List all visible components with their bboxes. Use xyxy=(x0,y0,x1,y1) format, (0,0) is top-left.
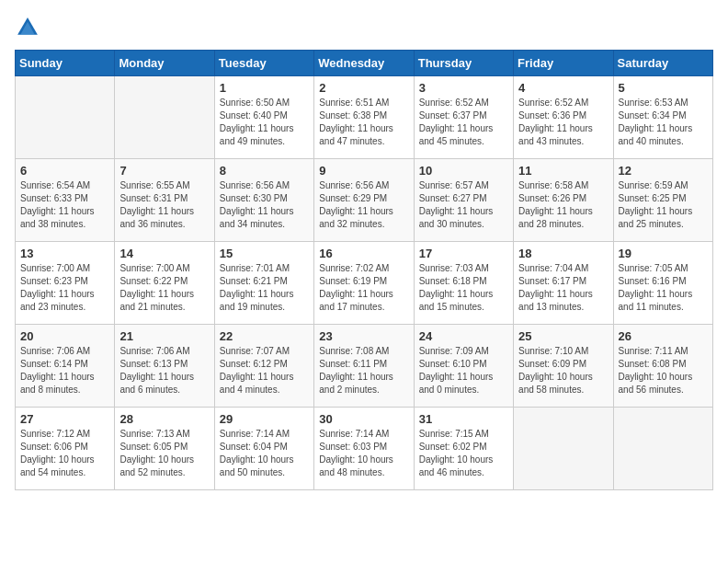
calendar-cell xyxy=(613,408,712,490)
day-number: 29 xyxy=(220,412,309,426)
day-number: 14 xyxy=(119,247,209,260)
day-info: Sunrise: 7:00 AMSunset: 6:23 PMDaylight:… xyxy=(20,262,109,314)
calendar-cell: 25 Sunrise: 7:10 AMSunset: 6:09 PMDaylig… xyxy=(514,325,613,408)
calendar-cell: 2 Sunrise: 6:51 AMSunset: 6:38 PMDayligh… xyxy=(314,76,414,159)
calendar-cell: 20 Sunrise: 7:06 AMSunset: 6:14 PMDaylig… xyxy=(16,325,115,408)
calendar-cell: 9 Sunrise: 6:56 AMSunset: 6:29 PMDayligh… xyxy=(314,159,414,242)
day-number: 20 xyxy=(20,329,109,343)
page-header xyxy=(15,15,713,40)
calendar-cell: 5 Sunrise: 6:53 AMSunset: 6:34 PMDayligh… xyxy=(613,76,712,159)
day-info: Sunrise: 7:13 AMSunset: 6:05 PMDaylight:… xyxy=(119,428,209,479)
weekday-header-sunday: Sunday xyxy=(16,51,115,76)
calendar-cell: 22 Sunrise: 7:07 AMSunset: 6:12 PMDaylig… xyxy=(214,325,313,408)
calendar-cell: 14 Sunrise: 7:00 AMSunset: 6:22 PMDaylig… xyxy=(115,242,214,325)
calendar-cell: 3 Sunrise: 6:52 AMSunset: 6:37 PMDayligh… xyxy=(414,76,513,159)
day-number: 1 xyxy=(220,81,309,95)
day-info: Sunrise: 7:06 AMSunset: 6:13 PMDaylight:… xyxy=(119,345,209,396)
calendar-cell xyxy=(16,76,115,159)
calendar-cell: 26 Sunrise: 7:11 AMSunset: 6:08 PMDaylig… xyxy=(613,325,712,408)
calendar-cell: 13 Sunrise: 7:00 AMSunset: 6:23 PMDaylig… xyxy=(16,242,115,325)
logo xyxy=(15,15,44,40)
day-number: 25 xyxy=(518,329,608,343)
day-info: Sunrise: 7:14 AMSunset: 6:04 PMDaylight:… xyxy=(220,428,309,479)
day-info: Sunrise: 7:02 AMSunset: 6:19 PMDaylight:… xyxy=(319,262,408,314)
day-number: 9 xyxy=(319,164,408,178)
day-number: 18 xyxy=(518,247,608,260)
day-info: Sunrise: 6:52 AMSunset: 6:36 PMDaylight:… xyxy=(518,97,608,148)
day-info: Sunrise: 7:01 AMSunset: 6:21 PMDaylight:… xyxy=(220,262,309,314)
day-number: 28 xyxy=(119,412,209,426)
week-row-1: 1 Sunrise: 6:50 AMSunset: 6:40 PMDayligh… xyxy=(16,76,713,159)
day-info: Sunrise: 7:00 AMSunset: 6:22 PMDaylight:… xyxy=(119,262,209,314)
day-info: Sunrise: 7:06 AMSunset: 6:14 PMDaylight:… xyxy=(20,345,109,396)
calendar-cell: 19 Sunrise: 7:05 AMSunset: 6:16 PMDaylig… xyxy=(613,242,712,325)
day-info: Sunrise: 6:51 AMSunset: 6:38 PMDaylight:… xyxy=(319,97,408,148)
day-number: 7 xyxy=(119,164,209,178)
day-info: Sunrise: 7:03 AMSunset: 6:18 PMDaylight:… xyxy=(419,262,508,314)
day-info: Sunrise: 6:50 AMSunset: 6:40 PMDaylight:… xyxy=(220,97,309,148)
day-info: Sunrise: 6:52 AMSunset: 6:37 PMDaylight:… xyxy=(419,97,508,148)
weekday-header-thursday: Thursday xyxy=(414,51,513,76)
calendar-cell: 21 Sunrise: 7:06 AMSunset: 6:13 PMDaylig… xyxy=(115,325,214,408)
calendar-cell: 7 Sunrise: 6:55 AMSunset: 6:31 PMDayligh… xyxy=(115,159,214,242)
calendar-table: SundayMondayTuesdayWednesdayThursdayFrid… xyxy=(15,50,713,490)
day-info: Sunrise: 7:12 AMSunset: 6:06 PMDaylight:… xyxy=(20,428,109,479)
weekday-header-tuesday: Tuesday xyxy=(214,51,313,76)
day-info: Sunrise: 7:09 AMSunset: 6:10 PMDaylight:… xyxy=(419,345,508,396)
logo-icon xyxy=(15,15,40,40)
day-number: 15 xyxy=(220,247,309,260)
week-row-3: 13 Sunrise: 7:00 AMSunset: 6:23 PMDaylig… xyxy=(16,242,713,325)
calendar-cell xyxy=(514,408,613,490)
day-info: Sunrise: 6:57 AMSunset: 6:27 PMDaylight:… xyxy=(419,179,508,231)
calendar-cell: 18 Sunrise: 7:04 AMSunset: 6:17 PMDaylig… xyxy=(514,242,613,325)
calendar-cell: 6 Sunrise: 6:54 AMSunset: 6:33 PMDayligh… xyxy=(16,159,115,242)
calendar-cell: 4 Sunrise: 6:52 AMSunset: 6:36 PMDayligh… xyxy=(514,76,613,159)
day-number: 6 xyxy=(20,164,109,178)
day-number: 21 xyxy=(119,329,209,343)
calendar-cell: 16 Sunrise: 7:02 AMSunset: 6:19 PMDaylig… xyxy=(314,242,414,325)
day-info: Sunrise: 6:54 AMSunset: 6:33 PMDaylight:… xyxy=(20,179,109,231)
weekday-header-saturday: Saturday xyxy=(613,51,712,76)
day-number: 27 xyxy=(20,412,109,426)
calendar-cell: 24 Sunrise: 7:09 AMSunset: 6:10 PMDaylig… xyxy=(414,325,513,408)
day-number: 12 xyxy=(619,164,708,178)
day-info: Sunrise: 6:56 AMSunset: 6:29 PMDaylight:… xyxy=(319,179,408,231)
week-row-5: 27 Sunrise: 7:12 AMSunset: 6:06 PMDaylig… xyxy=(16,408,713,490)
day-info: Sunrise: 7:05 AMSunset: 6:16 PMDaylight:… xyxy=(619,262,708,314)
day-info: Sunrise: 6:59 AMSunset: 6:25 PMDaylight:… xyxy=(619,179,708,231)
calendar-cell: 12 Sunrise: 6:59 AMSunset: 6:25 PMDaylig… xyxy=(613,159,712,242)
day-number: 10 xyxy=(419,164,508,178)
calendar-cell: 15 Sunrise: 7:01 AMSunset: 6:21 PMDaylig… xyxy=(214,242,313,325)
calendar-cell: 1 Sunrise: 6:50 AMSunset: 6:40 PMDayligh… xyxy=(214,76,313,159)
day-number: 4 xyxy=(518,81,608,95)
day-info: Sunrise: 7:08 AMSunset: 6:11 PMDaylight:… xyxy=(319,345,408,396)
day-number: 2 xyxy=(319,81,408,95)
day-info: Sunrise: 6:58 AMSunset: 6:26 PMDaylight:… xyxy=(518,179,608,231)
calendar-cell: 11 Sunrise: 6:58 AMSunset: 6:26 PMDaylig… xyxy=(514,159,613,242)
day-number: 26 xyxy=(619,329,708,343)
calendar-cell: 29 Sunrise: 7:14 AMSunset: 6:04 PMDaylig… xyxy=(214,408,313,490)
day-number: 19 xyxy=(619,247,708,260)
calendar-cell xyxy=(115,76,214,159)
day-info: Sunrise: 7:15 AMSunset: 6:02 PMDaylight:… xyxy=(419,428,508,479)
week-row-4: 20 Sunrise: 7:06 AMSunset: 6:14 PMDaylig… xyxy=(16,325,713,408)
calendar-cell: 8 Sunrise: 6:56 AMSunset: 6:30 PMDayligh… xyxy=(214,159,313,242)
week-row-2: 6 Sunrise: 6:54 AMSunset: 6:33 PMDayligh… xyxy=(16,159,713,242)
calendar-cell: 27 Sunrise: 7:12 AMSunset: 6:06 PMDaylig… xyxy=(16,408,115,490)
calendar-cell: 31 Sunrise: 7:15 AMSunset: 6:02 PMDaylig… xyxy=(414,408,513,490)
day-number: 31 xyxy=(419,412,508,426)
weekday-header-friday: Friday xyxy=(514,51,613,76)
day-info: Sunrise: 7:10 AMSunset: 6:09 PMDaylight:… xyxy=(518,345,608,396)
day-number: 23 xyxy=(319,329,408,343)
weekday-header-row: SundayMondayTuesdayWednesdayThursdayFrid… xyxy=(16,51,713,76)
day-info: Sunrise: 7:04 AMSunset: 6:17 PMDaylight:… xyxy=(518,262,608,314)
day-number: 5 xyxy=(619,81,708,95)
weekday-header-monday: Monday xyxy=(115,51,214,76)
calendar-cell: 10 Sunrise: 6:57 AMSunset: 6:27 PMDaylig… xyxy=(414,159,513,242)
day-number: 17 xyxy=(419,247,508,260)
calendar-cell: 30 Sunrise: 7:14 AMSunset: 6:03 PMDaylig… xyxy=(314,408,414,490)
day-info: Sunrise: 6:53 AMSunset: 6:34 PMDaylight:… xyxy=(619,97,708,148)
day-number: 16 xyxy=(319,247,408,260)
calendar-cell: 28 Sunrise: 7:13 AMSunset: 6:05 PMDaylig… xyxy=(115,408,214,490)
calendar-cell: 23 Sunrise: 7:08 AMSunset: 6:11 PMDaylig… xyxy=(314,325,414,408)
